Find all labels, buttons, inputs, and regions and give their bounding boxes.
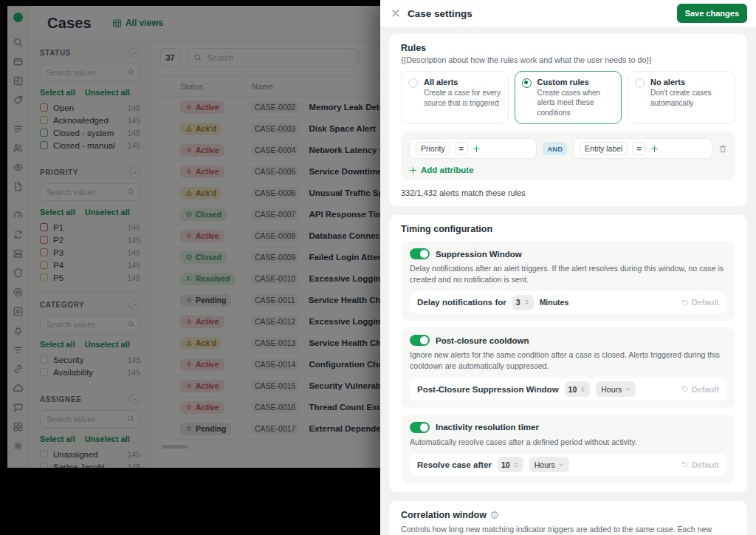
number-stepper[interactable]: 3	[512, 295, 534, 310]
unit-label: Hours	[601, 385, 622, 394]
rule-option[interactable]: All alerts Create a case for every sourc…	[401, 71, 509, 124]
condition-input[interactable]: Priority =	[409, 138, 537, 159]
timing-heading: Timing configuration	[401, 224, 735, 234]
value-row-label: Resolve case after	[417, 460, 492, 469]
timing-block: Post-closure cooldown Ignore new alerts …	[401, 327, 735, 407]
modal-title: Case settings	[408, 8, 472, 19]
close-icon[interactable]	[389, 7, 402, 20]
rule-option-title: Custom rules	[537, 78, 615, 86]
timing-block-title: Post-closure cooldown	[436, 336, 529, 345]
rules-heading: Rules	[401, 43, 735, 53]
timing-block-description: Delay notifications after an alert trigg…	[410, 263, 726, 285]
timing-block-title: Suppression Window	[436, 250, 522, 259]
value-row: Resolve case after 10 Hours	[410, 454, 726, 476]
stepper-arrows-icon[interactable]	[523, 298, 530, 307]
add-value-icon[interactable]	[472, 145, 481, 153]
attribute-chip[interactable]: Priority	[416, 142, 450, 155]
default-button[interactable]: Default	[681, 460, 719, 469]
default-button[interactable]: Default	[681, 385, 719, 394]
rule-option-description: Create a case for every source that is t…	[424, 88, 501, 109]
default-label: Default	[692, 298, 719, 307]
delete-condition-icon[interactable]	[718, 144, 727, 154]
radio-icon[interactable]	[522, 78, 532, 88]
value-row-label: Delay notifications for	[417, 298, 506, 307]
save-changes-button[interactable]: Save changes	[677, 4, 747, 23]
plus-icon	[409, 166, 417, 174]
operator-chip[interactable]: =	[632, 142, 645, 155]
timing-block-description: Automatically resolve cases after a defi…	[410, 437, 726, 448]
stepper-value: 10	[568, 385, 577, 394]
attribute-chip[interactable]: Entity label	[580, 142, 628, 155]
add-attribute-button[interactable]: Add attribute	[409, 166, 727, 174]
reset-icon	[681, 385, 689, 393]
unit-label: Hours	[535, 460, 555, 469]
rule-option-title: No alerts	[650, 78, 728, 86]
rule-option[interactable]: Custom rules Create cases when alerts me…	[515, 71, 622, 124]
operator-chip[interactable]: =	[455, 142, 468, 155]
unit-select[interactable]: Minutes	[540, 295, 569, 310]
toggle-switch[interactable]	[410, 248, 430, 259]
modal-header: Case settings Save changes	[380, 0, 756, 27]
radio-icon[interactable]	[408, 78, 418, 88]
conditions-container: Priority = AND Entity label =	[401, 132, 735, 180]
stepper-arrows-icon[interactable]	[580, 385, 586, 394]
unit-label: Minutes	[540, 298, 569, 307]
correlation-description: Controls how long new matching indicator…	[401, 524, 735, 535]
value-row-label: Post-Closure Suppression Window	[417, 385, 559, 394]
value-row: Delay notifications for 3 Minutes	[410, 291, 726, 313]
timing-block: Suppression Window Delay notifications a…	[401, 241, 735, 321]
unit-select[interactable]: Hours	[529, 457, 569, 472]
toggle-switch[interactable]	[410, 335, 430, 346]
screen: Cases All views STATUS	[0, 0, 756, 535]
condition-input[interactable]: Entity label =	[573, 138, 712, 159]
reset-icon	[681, 460, 689, 468]
rules-card: Rules {{Description about how the rules …	[389, 34, 747, 206]
toggle-switch[interactable]	[410, 422, 430, 433]
rule-option[interactable]: No alerts Don't create cases automatical…	[628, 71, 735, 124]
match-count-text: 332/1,432 alerts match these rules	[401, 188, 735, 197]
timing-card: Timing configuration Suppression Window …	[389, 215, 747, 491]
add-value-icon[interactable]	[650, 145, 659, 153]
rules-description: {{Description about how the rules work a…	[401, 55, 735, 64]
timing-block-description: Ignore new alerts for the same condition…	[410, 350, 726, 372]
and-badge: AND	[543, 142, 567, 155]
case-settings-modal: Case settings Save changes Rules {{Descr…	[380, 0, 756, 535]
reset-icon	[681, 299, 689, 307]
radio-icon[interactable]	[635, 78, 645, 88]
add-attribute-label: Add attribute	[421, 166, 474, 174]
chevron-down-icon	[558, 462, 564, 468]
stepper-arrows-icon[interactable]	[513, 460, 520, 469]
rule-option-title: All alerts	[424, 78, 501, 86]
timing-block-title: Inactivity resolution timer	[436, 423, 539, 432]
number-stepper[interactable]: 10	[565, 381, 591, 397]
value-row: Post-Closure Suppression Window 10 Hours	[410, 378, 726, 401]
stepper-value: 3	[516, 298, 520, 307]
default-label: Default	[692, 460, 719, 469]
number-stepper[interactable]: 10	[498, 457, 523, 472]
rule-mode-options: All alerts Create a case for every sourc…	[401, 71, 735, 124]
stepper-value: 10	[501, 460, 510, 469]
rule-option-description: Don't create cases automatically	[650, 88, 728, 109]
rule-option-description: Create cases when alerts meet these cond…	[537, 88, 615, 118]
default-label: Default	[692, 385, 719, 394]
modal-body: Rules {{Description about how the rules …	[380, 27, 756, 535]
unit-select[interactable]: Hours	[596, 381, 636, 397]
info-icon[interactable]	[490, 511, 499, 519]
correlation-heading: Correlation window	[401, 510, 487, 520]
chevron-down-icon	[625, 386, 630, 392]
correlation-card: Correlation window Controls how long new…	[389, 501, 747, 535]
default-button[interactable]: Default	[681, 298, 719, 307]
timing-block: Inactivity resolution timer Automaticall…	[401, 415, 735, 483]
